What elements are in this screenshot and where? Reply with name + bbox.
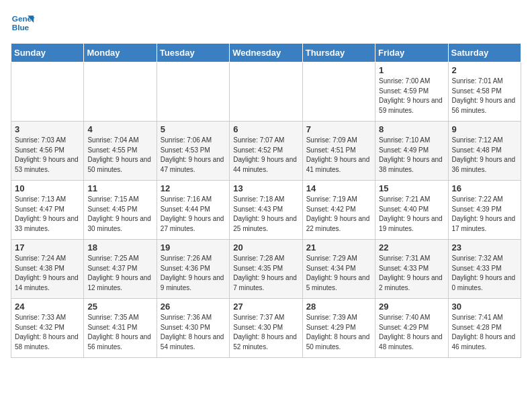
col-header-saturday: Saturday: [448, 44, 521, 62]
col-header-wednesday: Wednesday: [230, 44, 302, 62]
day-cell: 22Sunrise: 7:31 AM Sunset: 4:33 PM Dayli…: [375, 240, 448, 299]
day-info: Sunrise: 7:00 AM Sunset: 4:59 PM Dayligh…: [379, 77, 444, 116]
day-number: 15: [379, 183, 444, 193]
day-cell: 15Sunrise: 7:21 AM Sunset: 4:40 PM Dayli…: [375, 181, 448, 240]
week-row-1: 1Sunrise: 7:00 AM Sunset: 4:59 PM Daylig…: [11, 62, 521, 122]
day-info: Sunrise: 7:28 AM Sunset: 4:35 PM Dayligh…: [233, 254, 298, 293]
day-cell: 25Sunrise: 7:35 AM Sunset: 4:31 PM Dayli…: [84, 299, 157, 358]
day-info: Sunrise: 7:25 AM Sunset: 4:37 PM Dayligh…: [87, 254, 152, 293]
day-number: 3: [15, 124, 80, 134]
day-number: 5: [161, 124, 226, 134]
day-info: Sunrise: 7:06 AM Sunset: 4:53 PM Dayligh…: [161, 136, 226, 175]
day-number: 23: [452, 242, 517, 253]
day-cell: 28Sunrise: 7:39 AM Sunset: 4:29 PM Dayli…: [302, 299, 375, 358]
day-info: Sunrise: 7:24 AM Sunset: 4:38 PM Dayligh…: [15, 254, 80, 293]
day-number: 4: [87, 124, 152, 134]
day-cell: 6Sunrise: 7:07 AM Sunset: 4:52 PM Daylig…: [230, 122, 302, 181]
day-info: Sunrise: 7:07 AM Sunset: 4:52 PM Dayligh…: [233, 136, 298, 175]
day-number: 1: [379, 65, 444, 75]
day-info: Sunrise: 7:33 AM Sunset: 4:32 PM Dayligh…: [15, 313, 80, 352]
day-number: 6: [233, 124, 298, 134]
day-cell: 21Sunrise: 7:29 AM Sunset: 4:34 PM Dayli…: [302, 240, 375, 299]
day-number: 24: [15, 302, 80, 312]
day-cell: 19Sunrise: 7:26 AM Sunset: 4:36 PM Dayli…: [157, 240, 229, 299]
col-header-thursday: Thursday: [302, 44, 375, 62]
day-cell: 10Sunrise: 7:13 AM Sunset: 4:47 PM Dayli…: [11, 181, 84, 240]
day-number: 18: [87, 242, 152, 253]
day-info: Sunrise: 7:04 AM Sunset: 4:55 PM Dayligh…: [87, 136, 152, 175]
day-info: Sunrise: 7:09 AM Sunset: 4:51 PM Dayligh…: [306, 136, 371, 175]
day-cell: 1Sunrise: 7:00 AM Sunset: 4:59 PM Daylig…: [375, 62, 448, 122]
calendar-table: SundayMondayTuesdayWednesdayThursdayFrid…: [11, 43, 521, 358]
day-cell: [157, 62, 229, 122]
day-number: 28: [306, 302, 371, 312]
day-info: Sunrise: 7:21 AM Sunset: 4:40 PM Dayligh…: [379, 195, 444, 234]
day-number: 11: [87, 183, 152, 193]
day-cell: 4Sunrise: 7:04 AM Sunset: 4:55 PM Daylig…: [84, 122, 157, 181]
day-number: 25: [87, 302, 152, 312]
logo: General Blue: [11, 11, 35, 35]
day-cell: 5Sunrise: 7:06 AM Sunset: 4:53 PM Daylig…: [157, 122, 229, 181]
day-cell: 3Sunrise: 7:03 AM Sunset: 4:56 PM Daylig…: [11, 122, 84, 181]
week-row-5: 24Sunrise: 7:33 AM Sunset: 4:32 PM Dayli…: [11, 299, 521, 358]
col-header-friday: Friday: [375, 44, 448, 62]
page-header: General Blue: [11, 11, 521, 35]
day-number: 13: [233, 183, 298, 193]
day-cell: 11Sunrise: 7:15 AM Sunset: 4:45 PM Dayli…: [84, 181, 157, 240]
day-cell: [302, 62, 375, 122]
col-header-sunday: Sunday: [11, 44, 84, 62]
day-number: 12: [161, 183, 226, 193]
day-cell: 7Sunrise: 7:09 AM Sunset: 4:51 PM Daylig…: [302, 122, 375, 181]
day-cell: 30Sunrise: 7:41 AM Sunset: 4:28 PM Dayli…: [448, 299, 521, 358]
day-cell: 14Sunrise: 7:19 AM Sunset: 4:42 PM Dayli…: [302, 181, 375, 240]
week-row-4: 17Sunrise: 7:24 AM Sunset: 4:38 PM Dayli…: [11, 240, 521, 299]
day-info: Sunrise: 7:26 AM Sunset: 4:36 PM Dayligh…: [161, 254, 226, 293]
day-number: 20: [233, 242, 298, 253]
col-header-monday: Monday: [84, 44, 157, 62]
col-header-tuesday: Tuesday: [157, 44, 229, 62]
day-cell: 16Sunrise: 7:22 AM Sunset: 4:39 PM Dayli…: [448, 181, 521, 240]
day-info: Sunrise: 7:18 AM Sunset: 4:43 PM Dayligh…: [233, 195, 298, 234]
day-info: Sunrise: 7:37 AM Sunset: 4:30 PM Dayligh…: [233, 313, 298, 352]
day-info: Sunrise: 7:22 AM Sunset: 4:39 PM Dayligh…: [452, 195, 517, 234]
week-row-3: 10Sunrise: 7:13 AM Sunset: 4:47 PM Dayli…: [11, 181, 521, 240]
day-info: Sunrise: 7:10 AM Sunset: 4:49 PM Dayligh…: [379, 136, 444, 175]
day-cell: 18Sunrise: 7:25 AM Sunset: 4:37 PM Dayli…: [84, 240, 157, 299]
logo-icon: General Blue: [11, 11, 35, 35]
day-number: 22: [379, 242, 444, 253]
day-info: Sunrise: 7:32 AM Sunset: 4:33 PM Dayligh…: [452, 254, 517, 293]
svg-text:Blue: Blue: [12, 23, 30, 32]
day-info: Sunrise: 7:40 AM Sunset: 4:29 PM Dayligh…: [379, 313, 444, 352]
day-cell: [230, 62, 302, 122]
day-cell: 8Sunrise: 7:10 AM Sunset: 4:49 PM Daylig…: [375, 122, 448, 181]
day-info: Sunrise: 7:16 AM Sunset: 4:44 PM Dayligh…: [161, 195, 226, 234]
day-number: 7: [306, 124, 371, 134]
day-info: Sunrise: 7:15 AM Sunset: 4:45 PM Dayligh…: [87, 195, 152, 234]
day-number: 9: [452, 124, 517, 134]
day-info: Sunrise: 7:12 AM Sunset: 4:48 PM Dayligh…: [452, 136, 517, 175]
day-number: 26: [161, 302, 226, 312]
day-cell: [84, 62, 157, 122]
day-cell: 23Sunrise: 7:32 AM Sunset: 4:33 PM Dayli…: [448, 240, 521, 299]
day-info: Sunrise: 7:03 AM Sunset: 4:56 PM Dayligh…: [15, 136, 80, 175]
day-number: 16: [452, 183, 517, 193]
day-cell: 20Sunrise: 7:28 AM Sunset: 4:35 PM Dayli…: [230, 240, 302, 299]
day-number: 21: [306, 242, 371, 253]
day-cell: 17Sunrise: 7:24 AM Sunset: 4:38 PM Dayli…: [11, 240, 84, 299]
day-info: Sunrise: 7:13 AM Sunset: 4:47 PM Dayligh…: [15, 195, 80, 234]
day-number: 2: [452, 65, 517, 75]
day-info: Sunrise: 7:36 AM Sunset: 4:30 PM Dayligh…: [161, 313, 226, 352]
day-number: 27: [233, 302, 298, 312]
day-info: Sunrise: 7:19 AM Sunset: 4:42 PM Dayligh…: [306, 195, 371, 234]
day-number: 19: [161, 242, 226, 253]
day-cell: 13Sunrise: 7:18 AM Sunset: 4:43 PM Dayli…: [230, 181, 302, 240]
day-cell: 2Sunrise: 7:01 AM Sunset: 4:58 PM Daylig…: [448, 62, 521, 122]
day-number: 8: [379, 124, 444, 134]
week-row-2: 3Sunrise: 7:03 AM Sunset: 4:56 PM Daylig…: [11, 122, 521, 181]
day-number: 17: [15, 242, 80, 253]
day-cell: 9Sunrise: 7:12 AM Sunset: 4:48 PM Daylig…: [448, 122, 521, 181]
day-info: Sunrise: 7:29 AM Sunset: 4:34 PM Dayligh…: [306, 254, 371, 293]
day-number: 29: [379, 302, 444, 312]
day-info: Sunrise: 7:41 AM Sunset: 4:28 PM Dayligh…: [452, 313, 517, 352]
day-cell: 27Sunrise: 7:37 AM Sunset: 4:30 PM Dayli…: [230, 299, 302, 358]
